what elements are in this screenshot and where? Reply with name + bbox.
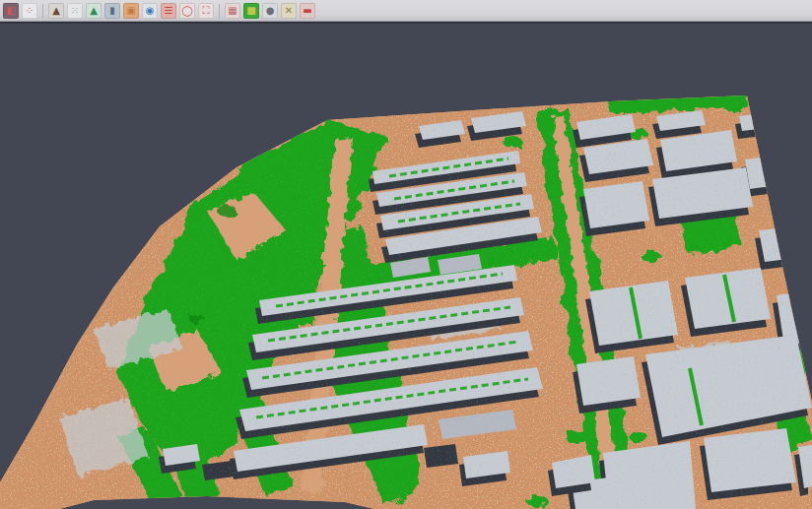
main-toolbar: ◧⁘▲⁙▲▮▣◉☰◯⛶▦▩●✕▬ xyxy=(0,0,812,22)
grid-tiles-icon[interactable]: ▦ xyxy=(225,3,240,19)
tin-surface-icon[interactable]: ▲ xyxy=(86,3,102,19)
attribute-list-icon[interactable]: ☰ xyxy=(161,3,176,19)
point-cloud-render xyxy=(0,24,812,509)
point-cloud-icon[interactable]: ⁙ xyxy=(67,3,83,19)
sphere-render-icon[interactable]: ● xyxy=(262,3,278,19)
clear-selection-icon[interactable]: ✕ xyxy=(281,3,297,19)
crop-region-icon[interactable]: ⛶ xyxy=(198,3,214,19)
circle-select-icon[interactable]: ◯ xyxy=(179,3,195,19)
toolbar-separator xyxy=(40,3,45,19)
dem-surface-icon[interactable]: ▲ xyxy=(48,3,64,19)
open-project-icon[interactable]: ◧ xyxy=(3,3,19,19)
measure-flag-icon[interactable]: ▬ xyxy=(300,3,315,19)
align-clouds-icon[interactable]: ⁘ xyxy=(22,3,37,19)
toolbar-separator xyxy=(217,3,222,19)
3d-viewport[interactable] xyxy=(0,23,812,509)
profile-view-icon[interactable]: ▮ xyxy=(104,3,120,19)
globe-view-icon[interactable]: ◉ xyxy=(142,3,158,19)
ortho-image-icon[interactable]: ▣ xyxy=(123,3,139,19)
classification-render-icon[interactable]: ▩ xyxy=(243,3,259,19)
